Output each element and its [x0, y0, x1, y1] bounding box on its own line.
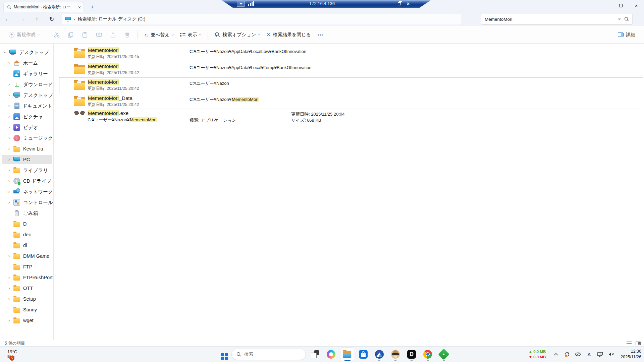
sidebar-item-pc[interactable]: ›PC: [0, 154, 53, 165]
search-icon[interactable]: [624, 17, 629, 21]
paste-button[interactable]: [78, 29, 92, 41]
chevron-icon[interactable]: ›: [7, 297, 11, 301]
window-close-button[interactable]: ×: [629, 0, 644, 11]
sidebar-item-home[interactable]: ›ホーム: [0, 58, 53, 68]
sidebar-item-wget[interactable]: ›wget: [0, 315, 53, 326]
ime-indicator[interactable]: A: [586, 351, 592, 357]
weather-widget[interactable]: 5 19°C 晴れ: [2, 347, 20, 362]
chevron-icon[interactable]: ›: [7, 82, 11, 87]
dmm-button[interactable]: [405, 347, 419, 361]
delete-button[interactable]: [120, 29, 134, 41]
sidebar-item-ott[interactable]: ›OTT: [0, 283, 53, 294]
chevron-icon[interactable]: ›: [7, 61, 11, 65]
sidebar-item-network[interactable]: ›ネットワーク: [0, 186, 53, 197]
clear-search-icon[interactable]: ×: [618, 16, 621, 22]
new-tab-button[interactable]: +: [88, 3, 97, 11]
green-diamond-app-button[interactable]: [437, 347, 451, 361]
chevron-icon[interactable]: ›: [7, 254, 11, 258]
chevron-icon[interactable]: ›: [7, 136, 11, 140]
window-maximize-button[interactable]: [613, 0, 629, 11]
sidebar-item-d[interactable]: ›D: [0, 219, 53, 229]
sidebar-item-recycle-bin[interactable]: ›ごみ箱: [0, 208, 53, 219]
explorer-tab[interactable]: MementoMori - 検索場所: ロー ×: [3, 2, 84, 12]
rdp-restore-button[interactable]: [398, 2, 401, 5]
chevron-icon[interactable]: ›: [7, 104, 11, 108]
sidebar-item-setup[interactable]: ›Setup: [0, 294, 53, 304]
new-item-button[interactable]: + 新規作成 ›: [5, 29, 43, 41]
sidebar-item-gallery[interactable]: ›ギャラリー: [0, 68, 53, 79]
chevron-icon[interactable]: ›: [7, 93, 11, 98]
chevron-icon[interactable]: ›: [7, 146, 11, 151]
more-options-button[interactable]: •••: [314, 29, 327, 41]
display-cast-tray-icon[interactable]: [597, 351, 603, 357]
sidebar-item-library[interactable]: ›ライブラリ: [0, 165, 53, 176]
rdp-pin-button[interactable]: [237, 1, 245, 7]
chevron-icon[interactable]: ›: [7, 114, 11, 119]
sidebar-item-kevin-liu[interactable]: ›Kevin Liu: [0, 143, 53, 154]
taskbar-search[interactable]: 検索: [231, 349, 306, 360]
file-explorer-button[interactable]: [340, 347, 354, 361]
copilot-button[interactable]: [324, 347, 338, 361]
view-button[interactable]: 表示 ›: [177, 29, 204, 41]
share-button[interactable]: [106, 29, 120, 41]
clock-widget[interactable]: 12:36 2025/11/26: [621, 349, 641, 360]
window-minimize-button[interactable]: [598, 0, 613, 11]
volume-muted-tray-icon[interactable]: [608, 351, 614, 357]
breadcrumb[interactable]: › 検索場所: ローカル ディスク (C:): [62, 14, 461, 24]
sidebar-item-cd-drive[interactable]: ›CD ドライブ (D:) CO: [0, 176, 53, 186]
forward-button[interactable]: →: [15, 16, 30, 22]
tray-overflow-button[interactable]: [553, 351, 559, 357]
sidebar-item-sunny[interactable]: ›Sunny: [0, 304, 53, 315]
sync-tray-icon[interactable]: [564, 351, 570, 357]
list-view-icon[interactable]: [627, 342, 632, 345]
sidebar-item-videos[interactable]: ›ビデオ: [0, 122, 53, 133]
vpn-app-button[interactable]: [372, 347, 386, 361]
tab-close-icon[interactable]: ×: [78, 5, 81, 10]
chevron-icon[interactable]: ›: [7, 189, 11, 194]
chevron-icon[interactable]: ›: [7, 275, 11, 280]
microsoft-store-button[interactable]: [356, 347, 370, 361]
sidebar-item-dec[interactable]: ›dec: [0, 229, 53, 240]
close-search-button[interactable]: ✕ 検索結果を閉じる: [263, 29, 314, 41]
chrome-button[interactable]: [421, 347, 435, 361]
chevron-icon[interactable]: ›: [7, 179, 11, 183]
chevron-icon[interactable]: ›: [7, 286, 11, 291]
network-speed-widget[interactable]: ▲ 0.0 MB ▼ 0.0 MB: [529, 349, 546, 360]
copy-button[interactable]: [64, 29, 78, 41]
privacy-eye-tray-icon[interactable]: [575, 351, 581, 357]
result-row[interactable]: MementoMori.exe C:¥ユーザー¥Nazon¥MementoMor…: [59, 109, 643, 125]
sidebar-item-downloads[interactable]: ›ダウンロード: [0, 79, 53, 90]
sidebar-item-desktop[interactable]: ›デスクトップ: [0, 90, 53, 101]
refresh-button[interactable]: ↻: [44, 16, 59, 23]
rename-button[interactable]: A: [92, 29, 106, 41]
search-options-button[interactable]: 検索オプション ›: [211, 29, 263, 41]
sidebar-item-music[interactable]: ›ミュージック: [0, 133, 53, 143]
rdp-minimize-button[interactable]: [388, 4, 392, 4]
cut-button[interactable]: [50, 29, 64, 41]
chevron-icon[interactable]: ›: [7, 200, 11, 205]
result-row[interactable]: MementoMori_Data 更新日時: 2025/11/25 20:42 …: [59, 93, 643, 109]
sidebar-item-documents[interactable]: ›ドキュメント: [0, 101, 53, 111]
sidebar-item-pictures[interactable]: ›ピクチャ: [0, 111, 53, 122]
chevron-icon[interactable]: ›: [7, 318, 11, 323]
sidebar-item-control-panel[interactable]: ›コントロール パネル: [0, 197, 53, 208]
chevron-icon[interactable]: ›: [7, 125, 11, 130]
dog-app-button[interactable]: [388, 347, 402, 361]
large-view-icon[interactable]: [636, 342, 641, 345]
sort-button[interactable]: ↑↓ 並べ替え ›: [141, 29, 177, 41]
back-button[interactable]: ←: [0, 16, 15, 22]
chevron-icon[interactable]: ›: [7, 168, 11, 173]
result-row[interactable]: MementoMori 更新日時: 2025/11/25 20:45 C:¥ユー…: [59, 45, 643, 61]
sidebar-item-desktop-root[interactable]: ›デスクトップ: [0, 47, 53, 58]
sidebar-item-ftp[interactable]: ›FTP: [0, 261, 53, 272]
sidebar-item-ftprushportable[interactable]: ›FTPRushPortable: [0, 272, 53, 283]
search-input[interactable]: [485, 17, 615, 22]
task-view-button[interactable]: [308, 347, 322, 361]
result-row-selected[interactable]: MementoMori 更新日時: 2025/11/25 20:42 C:¥ユー…: [59, 77, 643, 93]
search-box[interactable]: ×: [481, 14, 633, 24]
sidebar-item-dmm-game[interactable]: ›DMM Game: [0, 251, 53, 261]
result-row[interactable]: MementoMori 更新日時: 2025/11/25 20:42 C:¥ユー…: [59, 61, 643, 77]
chevron-icon[interactable]: ›: [3, 50, 7, 55]
details-pane-button[interactable]: 詳細: [614, 29, 639, 41]
chevron-icon[interactable]: ›: [7, 157, 11, 162]
